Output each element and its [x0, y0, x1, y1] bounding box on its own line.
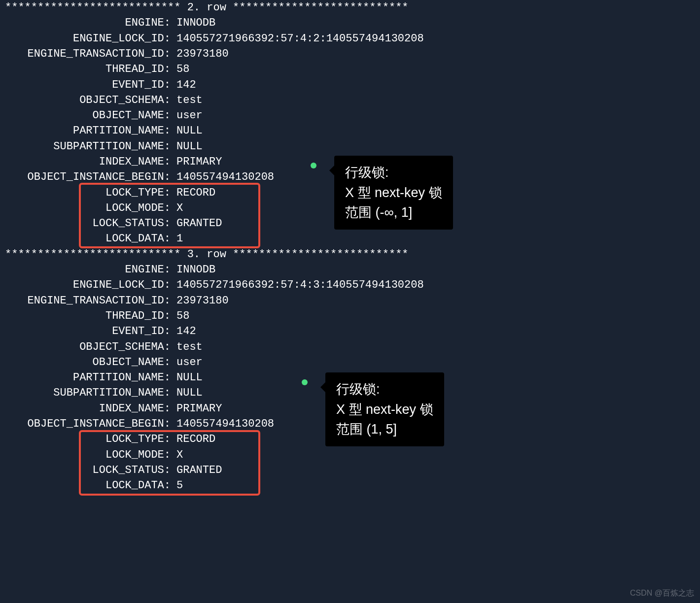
- field-value: INNODB: [171, 262, 215, 277]
- field-value: 58: [171, 308, 189, 324]
- field-value: NULL: [171, 385, 203, 401]
- field-label: LOCK_STATUS:: [0, 463, 171, 478]
- tooltip-line: 范围 (-∞, 1]: [345, 202, 442, 223]
- field-label: OBJECT_SCHEMA:: [0, 339, 171, 355]
- field-value: test: [171, 93, 203, 108]
- terminal-row: OBJECT_SCHEMA:test: [0, 339, 424, 355]
- annotation-tooltip-2: 行级锁: X 型 next-key 锁 范围 (1, 5]: [325, 372, 444, 446]
- field-value: NULL: [171, 139, 203, 154]
- field-value: X: [171, 201, 183, 216]
- field-label: SUBPARTITION_NAME:: [0, 139, 171, 154]
- terminal-row: *************************** 2. row *****…: [0, 0, 424, 15]
- field-label: EVENT_ID:: [0, 324, 171, 339]
- terminal-row: SUBPARTITION_NAME:NULL: [0, 139, 424, 154]
- terminal-row: ENGINE:INNODB: [0, 262, 424, 277]
- field-value: GRANTED: [171, 463, 222, 478]
- watermark-text: CSDN @百炼之志: [630, 588, 694, 599]
- field-value: RECORD: [171, 185, 215, 201]
- field-value: 140557271966392:57:4:2:140557494130208: [171, 31, 424, 46]
- tooltip-line: 行级锁:: [336, 379, 433, 400]
- field-value: X: [171, 447, 183, 463]
- field-value: PRIMARY: [171, 154, 222, 169]
- field-value: 1: [171, 231, 183, 246]
- terminal-row: LOCK_MODE:X: [0, 447, 424, 463]
- row-separator: *************************** 2. row *****…: [0, 0, 409, 15]
- field-label: LOCK_DATA:: [0, 478, 171, 493]
- bullet-dot-icon: [311, 163, 316, 168]
- field-value: 140557494130208: [171, 169, 274, 185]
- terminal-row: LOCK_DATA:5: [0, 478, 424, 493]
- field-label: ENGINE_TRANSACTION_ID:: [0, 293, 171, 308]
- field-value: PRIMARY: [171, 401, 222, 416]
- field-label: EVENT_ID:: [0, 77, 171, 93]
- annotation-tooltip-1: 行级锁: X 型 next-key 锁 范围 (-∞, 1]: [334, 156, 453, 230]
- field-label: ENGINE:: [0, 15, 171, 31]
- field-value: user: [171, 355, 203, 370]
- field-label: THREAD_ID:: [0, 62, 171, 77]
- terminal-row: ENGINE_TRANSACTION_ID:23973180: [0, 46, 424, 62]
- field-value: test: [171, 339, 203, 355]
- field-label: LOCK_TYPE:: [0, 432, 171, 447]
- field-label: ENGINE_LOCK_ID:: [0, 277, 171, 293]
- field-label: INDEX_NAME:: [0, 401, 171, 416]
- field-value: 23973180: [171, 293, 229, 308]
- field-label: LOCK_TYPE:: [0, 185, 171, 201]
- terminal-row: LOCK_STATUS:GRANTED: [0, 463, 424, 478]
- tooltip-line: X 型 next-key 锁: [345, 183, 442, 203]
- tooltip-line: X 型 next-key 锁: [336, 400, 433, 420]
- field-value: INNODB: [171, 15, 215, 31]
- field-label: LOCK_DATA:: [0, 231, 171, 246]
- terminal-row: ENGINE_LOCK_ID:140557271966392:57:4:2:14…: [0, 31, 424, 46]
- field-label: LOCK_STATUS:: [0, 216, 171, 231]
- tooltip-line: 范围 (1, 5]: [336, 419, 433, 439]
- field-value: 140557271966392:57:4:3:140557494130208: [171, 277, 424, 293]
- field-label: PARTITION_NAME:: [0, 370, 171, 385]
- terminal-row: EVENT_ID:142: [0, 77, 424, 92]
- field-value: 140557494130208: [171, 416, 274, 432]
- terminal-row: THREAD_ID:58: [0, 308, 424, 324]
- field-label: OBJECT_NAME:: [0, 108, 171, 123]
- terminal-row: LOCK_DATA:1: [0, 231, 424, 246]
- tooltip-line: 行级锁:: [345, 163, 442, 183]
- field-value: 142: [171, 324, 196, 339]
- field-value: 23973180: [171, 46, 229, 62]
- field-label: INDEX_NAME:: [0, 154, 171, 169]
- terminal-row: OBJECT_NAME:user: [0, 355, 424, 370]
- field-value: RECORD: [171, 432, 215, 447]
- terminal-row: ENGINE:INNODB: [0, 15, 424, 31]
- terminal-row: EVENT_ID:142: [0, 324, 424, 339]
- field-label: SUBPARTITION_NAME:: [0, 385, 171, 401]
- bullet-dot-icon: [302, 379, 308, 385]
- field-label: LOCK_MODE:: [0, 447, 171, 463]
- field-label: OBJECT_INSTANCE_BEGIN:: [0, 416, 171, 432]
- field-label: OBJECT_INSTANCE_BEGIN:: [0, 169, 171, 185]
- field-value: 58: [171, 62, 189, 77]
- field-value: NULL: [171, 370, 203, 385]
- field-label: ENGINE:: [0, 262, 171, 277]
- field-value: 142: [171, 77, 196, 93]
- field-value: user: [171, 108, 203, 123]
- field-label: ENGINE_TRANSACTION_ID:: [0, 46, 171, 62]
- field-label: PARTITION_NAME:: [0, 123, 171, 138]
- terminal-row: OBJECT_SCHEMA:test: [0, 93, 424, 108]
- row-separator: *************************** 3. row *****…: [0, 247, 409, 262]
- field-value: GRANTED: [171, 216, 222, 231]
- field-value: 5: [171, 478, 183, 493]
- field-label: ENGINE_LOCK_ID:: [0, 31, 171, 46]
- field-label: THREAD_ID:: [0, 308, 171, 324]
- terminal-row: ENGINE_TRANSACTION_ID:23973180: [0, 293, 424, 308]
- field-value: NULL: [171, 123, 203, 138]
- terminal-row: PARTITION_NAME:NULL: [0, 123, 424, 138]
- terminal-row: OBJECT_NAME:user: [0, 108, 424, 123]
- field-label: LOCK_MODE:: [0, 201, 171, 216]
- terminal-row: THREAD_ID:58: [0, 62, 424, 77]
- field-label: OBJECT_SCHEMA:: [0, 93, 171, 108]
- terminal-row: ENGINE_LOCK_ID:140557271966392:57:4:3:14…: [0, 277, 424, 293]
- terminal-row: *************************** 3. row *****…: [0, 247, 424, 262]
- field-label: OBJECT_NAME:: [0, 355, 171, 370]
